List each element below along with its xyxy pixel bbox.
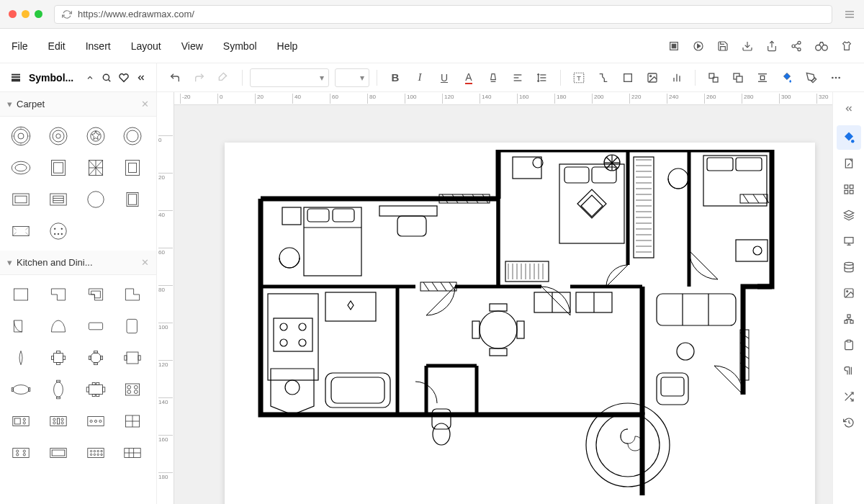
chevron-up-icon[interactable]: [86, 73, 94, 82]
kitchen-shape[interactable]: [6, 344, 36, 372]
carpet-shape[interactable]: [6, 217, 36, 245]
floor-plan-drawing[interactable]: [253, 150, 786, 495]
collapse-rail-button[interactable]: [837, 96, 861, 121]
sitemap-button[interactable]: [837, 307, 861, 331]
kitchen-shape[interactable]: [43, 376, 73, 403]
connector-button[interactable]: [593, 67, 614, 89]
clipboard-button[interactable]: [837, 333, 861, 357]
history-button[interactable]: [837, 410, 861, 435]
export-icon[interactable]: [766, 40, 778, 52]
menu-file[interactable]: File: [12, 40, 28, 52]
image-button[interactable]: [642, 67, 663, 89]
kitchen-shape[interactable]: [43, 408, 73, 435]
panel-header-carpet[interactable]: ▾ Carpet ✕: [0, 92, 156, 117]
kitchen-shape[interactable]: [6, 439, 36, 467]
chart-button[interactable]: [666, 67, 688, 89]
kitchen-shape[interactable]: [43, 439, 73, 467]
menu-insert[interactable]: Insert: [86, 40, 111, 52]
kitchen-shape[interactable]: [6, 408, 36, 435]
chevrons-left-icon[interactable]: [136, 73, 146, 83]
heart-icon[interactable]: [119, 73, 129, 83]
download-icon[interactable]: [742, 40, 753, 52]
kitchen-shape[interactable]: [6, 281, 36, 308]
fill-button[interactable]: [776, 67, 798, 89]
canvas-page[interactable]: [225, 143, 815, 504]
line-spacing-button[interactable]: [531, 67, 553, 89]
kitchen-shape[interactable]: [81, 408, 111, 435]
tshirt-icon[interactable]: [841, 40, 852, 52]
save-icon[interactable]: [717, 40, 729, 52]
shuffle-button[interactable]: [837, 384, 861, 409]
carpet-shape[interactable]: [117, 154, 148, 181]
menu-view[interactable]: View: [181, 40, 203, 52]
play-icon[interactable]: [693, 40, 704, 52]
kitchen-shape[interactable]: [81, 281, 111, 308]
search-icon[interactable]: [102, 73, 112, 83]
kitchen-shape[interactable]: [117, 439, 148, 467]
carpet-shape[interactable]: [43, 122, 73, 150]
arrange-button[interactable]: [727, 67, 749, 89]
menu-help[interactable]: Help: [277, 40, 298, 52]
image-panel-button[interactable]: [837, 281, 861, 305]
menu-symbol[interactable]: Symbol: [223, 40, 257, 52]
carpet-shape[interactable]: [43, 154, 73, 181]
font-family-select[interactable]: ▾: [250, 68, 329, 87]
minimize-window-button[interactable]: [22, 10, 30, 18]
shape-button[interactable]: [617, 67, 639, 89]
close-window-button[interactable]: [9, 10, 17, 18]
undo-button[interactable]: [164, 67, 186, 89]
carpet-shape[interactable]: [81, 186, 111, 213]
kitchen-shape[interactable]: [117, 408, 148, 435]
font-size-select[interactable]: ▾: [335, 68, 369, 87]
panel-header-kitchen[interactable]: ▾ Kitchen and Dini... ✕: [0, 251, 156, 275]
kitchen-shape[interactable]: [43, 312, 73, 340]
fullscreen-icon[interactable]: [668, 40, 680, 52]
menu-layout[interactable]: Layout: [131, 40, 161, 52]
kitchen-shape[interactable]: [43, 344, 73, 372]
line-color-button[interactable]: [801, 67, 822, 89]
carpet-shape[interactable]: [81, 122, 111, 150]
database-button[interactable]: [837, 255, 861, 279]
carpet-shape[interactable]: [117, 186, 148, 213]
share-icon[interactable]: [791, 40, 802, 52]
kitchen-shape[interactable]: [117, 281, 148, 308]
kitchen-shape[interactable]: [81, 439, 111, 467]
kitchen-shape[interactable]: [6, 312, 36, 340]
kitchen-shape[interactable]: [81, 344, 111, 372]
kitchen-shape[interactable]: [117, 344, 148, 372]
maximize-window-button[interactable]: [35, 10, 42, 18]
kitchen-shape[interactable]: [6, 376, 36, 403]
carpet-shape[interactable]: [117, 122, 148, 150]
more-button[interactable]: [825, 67, 847, 89]
redo-button[interactable]: [189, 67, 210, 89]
text-tool-button[interactable]: T: [568, 67, 590, 89]
kitchen-shape[interactable]: [117, 376, 148, 403]
kitchen-shape[interactable]: [117, 312, 148, 340]
library-icon[interactable]: [10, 72, 22, 84]
carpet-shape[interactable]: [6, 154, 36, 181]
menu-edit[interactable]: Edit: [48, 40, 66, 52]
carpet-shape[interactable]: [43, 217, 73, 245]
underline-button[interactable]: U: [433, 67, 455, 89]
text-highlight-button[interactable]: [482, 67, 504, 89]
kitchen-shape[interactable]: [81, 376, 111, 403]
align-button[interactable]: [507, 67, 528, 89]
group-button[interactable]: [703, 67, 724, 89]
layers-button[interactable]: [837, 203, 861, 228]
italic-button[interactable]: I: [409, 67, 431, 89]
bold-button[interactable]: B: [384, 67, 406, 89]
kitchen-shape[interactable]: [81, 312, 111, 340]
binoculars-icon[interactable]: [815, 40, 828, 52]
distribute-button[interactable]: [752, 67, 773, 89]
close-panel-icon[interactable]: ✕: [141, 257, 149, 268]
carpet-shape[interactable]: [43, 186, 73, 213]
address-bar[interactable]: https://www.edrawmax.com/: [54, 5, 832, 24]
kitchen-shape[interactable]: [43, 281, 73, 308]
presentation-button[interactable]: [837, 229, 861, 253]
browser-menu-icon[interactable]: [844, 9, 855, 20]
format-painter-button[interactable]: [213, 67, 235, 89]
carpet-shape[interactable]: [6, 122, 36, 150]
grid-button[interactable]: [837, 177, 861, 202]
paragraph-button[interactable]: [837, 359, 861, 383]
font-color-button[interactable]: A: [458, 67, 480, 89]
